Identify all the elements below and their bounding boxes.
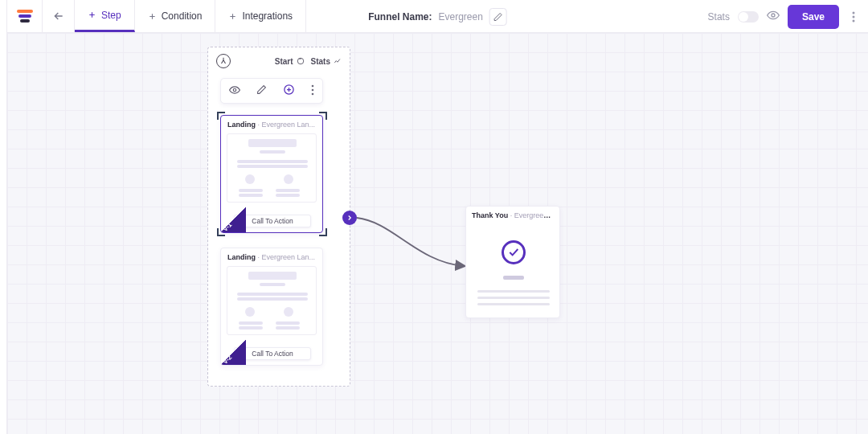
plus-icon bbox=[228, 12, 237, 21]
tab-step-label: Step bbox=[101, 10, 121, 21]
funnel-name-area: Funnel Name: Evergreen bbox=[368, 0, 507, 33]
page-preview bbox=[227, 133, 317, 203]
topbar: Step Condition Integrations Funnel Name:… bbox=[7, 0, 868, 33]
stats-button[interactable]: Stats bbox=[311, 57, 342, 66]
svg-point-5 bbox=[853, 15, 855, 18]
funnel-name-value: Evergreen bbox=[438, 11, 482, 23]
more-icon[interactable] bbox=[311, 84, 314, 98]
svg-rect-1 bbox=[18, 14, 31, 18]
variant-title: Landing · Evergreen Lan... bbox=[221, 248, 322, 264]
start-button[interactable]: Start bbox=[275, 57, 305, 66]
step-container[interactable]: Start Stats bbox=[207, 47, 350, 387]
stats-toggle[interactable] bbox=[738, 11, 759, 23]
target-title: Thank You · Evergreen Tha... bbox=[466, 207, 559, 221]
svg-point-6 bbox=[853, 19, 855, 22]
svg-point-8 bbox=[233, 88, 236, 92]
page-preview bbox=[227, 266, 317, 335]
tab-condition-label: Condition bbox=[162, 10, 203, 22]
svg-point-4 bbox=[853, 11, 855, 14]
save-button[interactable]: Save bbox=[788, 5, 839, 29]
tab-step[interactable]: Step bbox=[75, 0, 135, 32]
back-button[interactable] bbox=[43, 0, 75, 32]
funnel-name-label: Funnel Name: bbox=[368, 11, 432, 23]
tab-integrations[interactable]: Integrations bbox=[215, 0, 306, 32]
stats-toggle-label: Stats bbox=[708, 11, 730, 23]
svg-point-12 bbox=[312, 92, 314, 95]
plus-icon bbox=[88, 10, 96, 19]
brand-logo[interactable] bbox=[7, 0, 43, 32]
more-menu-button[interactable] bbox=[847, 11, 860, 23]
svg-point-7 bbox=[297, 58, 304, 64]
ab-test-icon bbox=[216, 54, 231, 68]
variant-title: Landing · Evergreen Lan... bbox=[221, 116, 322, 132]
variant-badge: V-1 bbox=[220, 207, 246, 233]
variant-card-1[interactable]: Landing · Evergreen Lan... Call To Actio… bbox=[220, 115, 323, 233]
variant-card-2[interactable]: Landing · Evergreen Lan... Call To Actio… bbox=[220, 248, 323, 366]
svg-point-10 bbox=[312, 84, 314, 87]
checkmark-icon bbox=[502, 240, 526, 264]
tab-condition[interactable]: Condition bbox=[135, 0, 216, 32]
step-header: Start Stats bbox=[208, 47, 350, 75]
connector-node[interactable] bbox=[342, 211, 357, 225]
canvas[interactable]: Start Stats bbox=[7, 33, 868, 434]
add-variant-icon[interactable] bbox=[283, 84, 295, 98]
topbar-right: Stats Save bbox=[708, 0, 868, 33]
variant-badge: V-2 bbox=[220, 340, 246, 366]
edit-icon[interactable] bbox=[256, 84, 267, 97]
variant-toolbar bbox=[220, 78, 323, 104]
tab-integrations-label: Integrations bbox=[242, 10, 293, 22]
target-card[interactable]: Thank You · Evergreen Tha... bbox=[465, 206, 560, 318]
edit-funnel-name-button[interactable] bbox=[489, 8, 507, 26]
svg-point-3 bbox=[772, 14, 775, 17]
svg-rect-0 bbox=[17, 10, 33, 13]
svg-point-9 bbox=[285, 85, 293, 94]
preview-button[interactable] bbox=[767, 9, 780, 24]
view-icon[interactable] bbox=[229, 84, 240, 98]
connection-arrow bbox=[353, 214, 473, 274]
svg-rect-2 bbox=[20, 19, 30, 23]
svg-point-11 bbox=[312, 88, 314, 91]
plus-icon bbox=[148, 12, 157, 21]
